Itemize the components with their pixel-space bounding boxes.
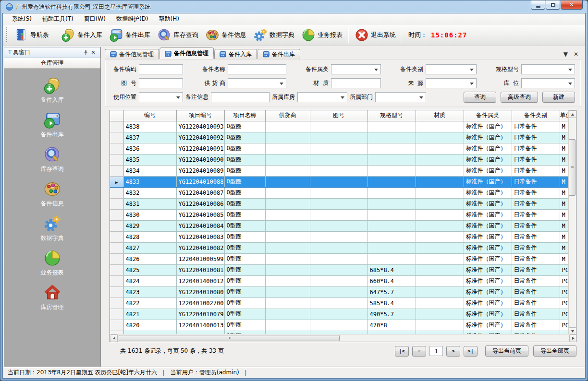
warehouse-select[interactable] [297,92,347,102]
row-indicator-cell[interactable] [110,154,123,165]
toolbar-button-report[interactable]: 业务报表 [298,26,346,44]
export-all-pages-button[interactable]: 导出全部页 [533,345,576,357]
vertical-scrollbar[interactable] [568,110,576,335]
location-select[interactable] [521,78,575,88]
column-header[interactable]: 图号 [310,110,368,121]
table-row[interactable]: 4838YG12204010093O型圈标准件（国产）日常备件M [110,121,569,132]
table-row[interactable]: ▶4833YG12204010088O型圈标准件（国产）日常备件M [110,176,569,187]
sidebar-item-data-dict[interactable]: 数据字典 [26,214,79,242]
page-number-input[interactable] [429,346,443,356]
column-header[interactable]: 供货商 [265,110,310,121]
row-indicator-cell[interactable] [110,286,123,298]
column-header[interactable]: 备件类别 [512,110,560,121]
menu-item[interactable]: 辅助工具(T) [37,13,79,24]
advanced-query-button[interactable]: 高级查询 [501,92,538,103]
row-indicator-cell[interactable]: ▶ [110,176,123,187]
row-indicator-cell[interactable] [110,220,123,231]
toolbar-button-parts-info[interactable]: 备件信息 [202,26,250,44]
table-row[interactable]: 48221220401002700O型圈585*8.4标准件（国产）日常备件PC [110,298,569,309]
spec-model-select[interactable] [521,64,575,74]
menu-item[interactable]: 数据维护(D) [111,13,154,24]
tool-window-close-icon[interactable]: ✕ [89,49,97,57]
sidebar-group-header[interactable]: 仓库管理 [4,58,100,69]
row-indicator-cell[interactable] [110,242,123,253]
column-header[interactable]: 项目名称 [224,110,265,121]
column-header[interactable]: 单位 [560,110,569,121]
sidebar-item-report[interactable]: 业务报表 [26,249,79,277]
table-row[interactable]: 4831YG12204010086O型圈标准件（国产）日常备件M [110,198,569,209]
next-page-button[interactable]: > [446,346,460,357]
sidebar-item-stock-in[interactable]: 备件入库 [26,76,79,104]
row-indicator-cell[interactable] [110,165,123,176]
row-indicator-cell[interactable] [110,264,123,275]
part-class-select[interactable] [331,64,381,74]
tab-3[interactable]: 备件出库 [257,49,300,59]
row-indicator-cell[interactable] [110,320,123,331]
first-page-button[interactable]: |< [395,346,409,357]
tab-active[interactable]: 备件信息管理 [159,48,214,59]
row-indicator-cell[interactable] [110,231,123,242]
sidebar-item-inventory-search[interactable]: 库存查询 [26,145,79,173]
prev-page-button[interactable]: < [412,346,426,357]
table-row[interactable]: 4823YG12204010080O型圈647*5.7标准件（国产）日常备件PC [110,286,569,298]
table-row[interactable]: 48261220401000599O型圈标准件（国产）日常备件M [110,253,569,264]
part-code-input[interactable] [139,64,183,74]
table-row[interactable]: 48201220401400013O型圈470*8标准件（国产）日常备件PC [110,320,569,331]
supplier-select[interactable] [228,78,286,88]
table-row[interactable]: 4830YG12204010085O型圈标准件（国产）日常备件M [110,209,569,220]
table-row[interactable]: 4834YG12204010089O型圈标准件（国产）日常备件M [110,165,569,176]
sidebar-item-stock-out[interactable]: 备件出库 [26,111,79,139]
sidebar-item-parts-info[interactable]: 备件信息 [26,180,79,208]
row-indicator-cell[interactable] [110,209,123,220]
horizontal-scrollbar[interactable] [110,334,576,342]
tab-list-dropdown-icon[interactable]: ▼ [564,51,568,57]
toolbar-button-stock-in[interactable]: 备件入库 [58,26,106,44]
department-select[interactable] [375,92,426,102]
scroll-left-icon[interactable] [110,334,118,342]
part-category-select[interactable] [426,64,477,74]
scroll-up-icon[interactable] [569,110,576,118]
tab-0[interactable]: 备件信息管理 [105,49,159,59]
table-row[interactable]: 4829YG12204010084O型圈标准件（国产）日常备件M [110,220,569,231]
column-header[interactable]: 编号 [123,110,176,121]
menu-item[interactable]: 窗口(W) [79,13,111,24]
drawing-no-input[interactable] [139,78,183,88]
table-row[interactable]: 4821YG12204010079O型圈490*5.7标准件（国产）日常备件PC [110,309,569,320]
usage-position-select[interactable] [139,92,183,102]
row-indicator-cell[interactable] [110,309,123,320]
column-header[interactable]: 材质 [416,110,464,121]
table-row[interactable]: 48241220401400012O型圈660*8.4标准件（国产）日常备件PC [110,275,569,286]
table-row[interactable]: 4832YG12204010087O型圈标准件（国产）日常备件M [110,187,569,198]
row-indicator-cell[interactable] [110,132,123,143]
row-indicator-cell[interactable] [110,187,123,198]
column-header[interactable]: 备件属类 [464,110,512,121]
toolbar-button-stock-out[interactable]: 备件出库 [106,26,154,44]
column-header[interactable]: 项目编号 [176,110,224,121]
scroll-right-icon[interactable] [569,334,576,342]
part-name-input[interactable] [228,64,286,74]
maximize-button[interactable] [546,0,560,10]
source-select[interactable] [426,78,477,88]
row-indicator-cell[interactable] [110,298,123,309]
new-button[interactable]: 新建 [542,92,575,103]
table-row[interactable]: 4825YG12204010081O型圈685*8.4标准件（国产）日常备件PC [110,264,569,275]
toolbar-grip[interactable] [6,27,8,43]
tab-2[interactable]: 备件入库 [214,49,257,59]
toolbar-button-inventory-search[interactable]: 库存查询 [154,26,202,44]
table-row[interactable]: 4835YG12204010090O型圈标准件（国产）日常备件M [110,154,569,165]
close-button[interactable]: ✕ [561,0,583,10]
tab-close-icon[interactable]: ✕ [574,51,578,57]
query-button[interactable]: 查询 [464,92,496,103]
toolbar-button-data-dict[interactable]: 数据字典 [250,26,298,44]
vertical-scroll-thumb[interactable] [569,139,576,196]
horizontal-scroll-thumb[interactable] [119,335,340,341]
table-row[interactable]: 4827YG12204010082O型圈标准件（国产）日常备件M [110,242,569,253]
material-input[interactable] [331,78,381,88]
column-header[interactable]: 规格型号 [368,110,416,121]
toolbar-button-exit[interactable]: 退出系统 [351,26,399,44]
row-indicator-cell[interactable] [110,121,123,132]
row-indicator-cell[interactable] [110,275,123,286]
table-row[interactable]: 4836YG12204010091O型圈标准件（国产）日常备件M [110,143,569,154]
minimize-button[interactable] [531,0,545,10]
row-indicator-cell[interactable] [110,198,123,209]
